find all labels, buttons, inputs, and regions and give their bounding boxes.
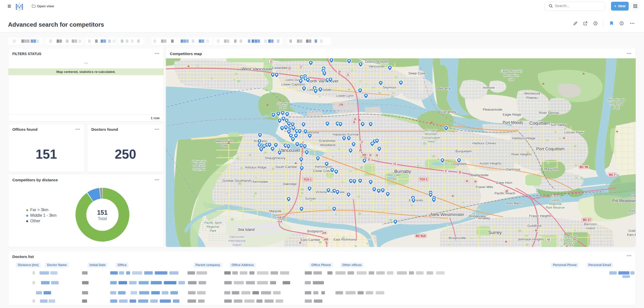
- svg-text:Barnston: Barnston: [584, 222, 597, 226]
- svg-text:Oakridge: Oakridge: [283, 182, 297, 186]
- svg-text:21: 21: [347, 73, 350, 76]
- svg-text:Islands: Islands: [550, 198, 560, 202]
- svg-text:Grandview-: Grandview-: [319, 139, 336, 143]
- svg-text:Sea Island: Sea Island: [238, 228, 255, 232]
- svg-text:Coquitlam: Coquitlam: [529, 121, 550, 126]
- svg-text:Mary Hill: Mary Hill: [544, 167, 558, 171]
- svg-text:TCH 1: TCH 1: [304, 178, 312, 181]
- svg-text:East Cambie: East Cambie: [300, 238, 320, 242]
- svg-text:New Westminster: New Westminster: [431, 212, 464, 217]
- svg-text:Lincoln Park: Lincoln Park: [564, 130, 583, 134]
- svg-text:Deer Lake: Deer Lake: [386, 173, 401, 177]
- svg-text:BC 91A: BC 91A: [416, 234, 426, 237]
- svg-text:40: 40: [465, 180, 468, 183]
- svg-text:Sunset: Sunset: [305, 197, 316, 200]
- svg-text:Park: Park: [210, 229, 216, 233]
- svg-text:28: 28: [359, 149, 362, 152]
- svg-text:Pacific Spirit: Pacific Spirit: [204, 221, 222, 225]
- svg-text:Lower Lynn: Lower Lynn: [336, 94, 354, 98]
- svg-text:Cape Horn: Cape Horn: [496, 181, 512, 185]
- svg-text:Dartmoor: Dartmoor: [506, 167, 521, 171]
- svg-text:38: 38: [458, 171, 461, 174]
- svg-text:Minnekhada: Minnekhada: [608, 98, 625, 102]
- svg-text:Park: Park: [613, 106, 620, 110]
- svg-text:Guildford: Guildford: [527, 224, 541, 228]
- svg-text:Gold: Gold: [628, 229, 635, 233]
- svg-text:Stanley: Stanley: [277, 102, 288, 105]
- svg-text:BC 17: BC 17: [583, 218, 591, 221]
- svg-text:Grey: Grey: [220, 144, 228, 147]
- svg-text:Port Moody: Port Moody: [503, 120, 523, 125]
- svg-text:Burquitlam: Burquitlam: [456, 149, 472, 153]
- svg-text:27: 27: [360, 141, 363, 144]
- svg-text:Park: Park: [279, 106, 286, 109]
- svg-text:Fraser Mills: Fraser Mills: [476, 185, 493, 189]
- svg-text:District of North: District of North: [365, 60, 388, 64]
- svg-text:Tynehead: Tynehead: [563, 235, 578, 239]
- svg-text:Fraser Heights: Fraser Heights: [529, 214, 552, 218]
- svg-text:Park Reserve: Park Reserve: [546, 206, 565, 209]
- svg-text:West Vancouver: West Vancouver: [242, 67, 273, 71]
- svg-text:River Springs: River Springs: [539, 111, 559, 115]
- svg-text:50: 50: [547, 238, 550, 241]
- svg-text:of British: of British: [193, 164, 205, 167]
- svg-text:Ha: Ha: [631, 194, 636, 198]
- svg-text:26: 26: [354, 118, 357, 121]
- svg-text:Bridgeport: Bridgeport: [307, 229, 323, 233]
- svg-text:Austin Heights: Austin Heights: [479, 161, 501, 165]
- svg-text:Regional: Regional: [610, 102, 623, 106]
- svg-text:15: 15: [288, 67, 291, 70]
- svg-text:Burnaby: Burnaby: [425, 128, 437, 132]
- svg-text:Conservation: Conservation: [422, 136, 440, 140]
- svg-text:Airport: Airport: [232, 243, 242, 247]
- svg-text:Regional: Regional: [549, 202, 562, 206]
- svg-text:Columbia: Columbia: [193, 168, 206, 171]
- svg-text:West Point: West Point: [216, 139, 232, 143]
- svg-text:28B: 28B: [362, 154, 366, 156]
- svg-text:39B: 39B: [324, 238, 328, 241]
- svg-text:Pitt Meadows: Pitt Meadows: [612, 199, 636, 203]
- svg-text:North Vancouver: North Vancouver: [307, 79, 339, 83]
- svg-text:Ears B: Ears B: [627, 233, 636, 237]
- svg-text:Plateau: Plateau: [526, 96, 538, 100]
- svg-text:Edmonds: Edmonds: [409, 198, 423, 202]
- svg-text:BC 7: BC 7: [609, 173, 615, 176]
- svg-text:Westwood: Westwood: [524, 92, 540, 95]
- svg-text:TCH 1: TCH 1: [420, 178, 428, 181]
- svg-text:Kerrisdale: Kerrisdale: [253, 180, 268, 184]
- svg-text:Seymour: Seymour: [383, 85, 397, 89]
- svg-text:Port: Port: [629, 209, 635, 213]
- svg-text:Park: Park: [567, 243, 574, 247]
- svg-text:South Cambie: South Cambie: [275, 165, 297, 169]
- svg-text:25: 25: [353, 121, 356, 124]
- svg-text:Kensington-: Kensington-: [315, 165, 333, 168]
- svg-text:Johnston Heights: Johnston Heights: [518, 237, 544, 241]
- svg-text:Marpole: Marpole: [269, 209, 282, 213]
- svg-text:Brownsville: Brownsville: [449, 236, 466, 240]
- svg-text:17: 17: [299, 66, 302, 69]
- svg-text:Port Coquitlam: Port Coquitlam: [536, 147, 564, 151]
- svg-text:37: 37: [444, 170, 447, 172]
- svg-text:Regional: Regional: [207, 225, 219, 229]
- svg-text:Woodland: Woodland: [320, 143, 335, 147]
- svg-text:Eagle Ridge: Eagle Ridge: [503, 113, 521, 116]
- svg-text:13: 13: [270, 60, 273, 63]
- svg-text:Carraholly: Carraholly: [441, 110, 456, 114]
- svg-text:Regional: Regional: [564, 239, 577, 243]
- svg-text:41B: 41B: [277, 216, 282, 219]
- svg-text:23B: 23B: [339, 103, 343, 106]
- svg-text:19: 19: [338, 70, 341, 73]
- svg-text:Anmore: Anmore: [483, 86, 495, 90]
- svg-text:Island: Island: [586, 226, 595, 230]
- svg-text:Site: Site: [508, 78, 514, 81]
- svg-text:40: 40: [474, 180, 477, 183]
- svg-text:Bridgeview: Bridgeview: [469, 214, 486, 218]
- svg-text:Park: Park: [390, 177, 397, 181]
- svg-text:Harbour Village: Harbour Village: [512, 136, 536, 140]
- svg-text:Pleasantside: Pleasantside: [483, 108, 502, 111]
- svg-text:Dunbar-Southlands: Dunbar-Southlands: [222, 179, 252, 183]
- svg-text:49: 49: [535, 229, 538, 232]
- svg-text:Port Mann: Port Mann: [507, 201, 522, 205]
- svg-text:Cedardale: Cedardale: [272, 66, 288, 70]
- svg-text:Shaughnessy: Shaughnessy: [265, 156, 285, 160]
